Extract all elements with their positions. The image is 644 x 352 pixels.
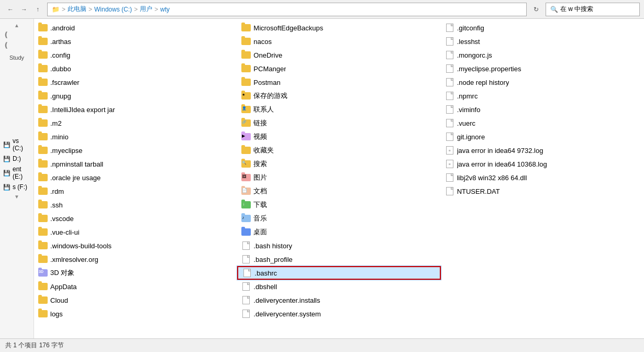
list-item[interactable]: Postman bbox=[237, 75, 440, 89]
sidebar-drive-d-label: D:) bbox=[13, 155, 21, 162]
list-item[interactable]: .dbshell bbox=[237, 280, 440, 293]
list-item[interactable]: NTUSER.DAT bbox=[441, 184, 644, 198]
list-item[interactable]: .xmlresolver.org bbox=[34, 252, 237, 266]
file-icon bbox=[38, 201, 48, 209]
address-bar: ← → ↑ 📁 > 此电脑 > Windows (C:) > 用户 > wty … bbox=[0, 0, 644, 19]
list-item[interactable]: .node repl history bbox=[441, 75, 644, 89]
file-name: 视频 bbox=[253, 132, 267, 141]
sidebar-drive-f[interactable]: 💾 s (F:) bbox=[0, 182, 34, 192]
refresh-button[interactable]: ↻ bbox=[530, 3, 542, 16]
list-item[interactable]: PCManger bbox=[237, 62, 440, 75]
file-icon bbox=[445, 37, 454, 46]
file-icon bbox=[38, 51, 48, 59]
list-item[interactable]: .m2 bbox=[34, 116, 237, 130]
file-name: .fscrawler bbox=[50, 79, 80, 86]
scroll-up-button[interactable]: ▲ bbox=[0, 21, 34, 29]
breadcrumb-pc[interactable]: 此电脑 bbox=[68, 5, 86, 14]
list-item[interactable]: .bashrc bbox=[237, 266, 440, 280]
breadcrumb-drive[interactable]: Windows (C:) bbox=[94, 6, 132, 13]
file-name: .IntelliJIdea export jar bbox=[50, 106, 115, 114]
list-item[interactable]: .IntelliJIdea export jar bbox=[34, 103, 237, 116]
list-item[interactable]: ★ 保存的游戏 bbox=[237, 89, 440, 103]
list-item[interactable]: .npmrc bbox=[441, 89, 644, 103]
forward-button[interactable]: → bbox=[18, 3, 30, 16]
list-item[interactable]: .gnupg bbox=[34, 89, 237, 103]
list-item[interactable]: .minio bbox=[34, 130, 237, 144]
list-item[interactable]: .arthas bbox=[34, 35, 237, 48]
list-item[interactable]: .ssh bbox=[34, 198, 237, 212]
list-item[interactable]: .deliverycenter.installs bbox=[237, 293, 440, 307]
list-item[interactable]: 收藏夹 bbox=[237, 144, 440, 157]
sidebar-drive-d[interactable]: 💾 D:) bbox=[0, 153, 34, 164]
list-item[interactable]: .mongorc.js bbox=[441, 48, 644, 62]
list-item[interactable]: 桌面 bbox=[237, 225, 440, 239]
file-icon bbox=[445, 51, 454, 59]
list-item[interactable]: .config bbox=[34, 48, 237, 62]
file-name: .myeclipse bbox=[50, 147, 82, 155]
file-icon: ♪ bbox=[241, 214, 251, 223]
list-item[interactable]: .android bbox=[34, 21, 237, 35]
list-item[interactable]: ↓ 下载 bbox=[237, 198, 440, 212]
list-item[interactable]: .fscrawler bbox=[34, 75, 237, 89]
list-item[interactable]: .myeclipse bbox=[34, 144, 237, 157]
list-item[interactable]: 🔍 搜索 bbox=[237, 157, 440, 171]
list-item[interactable]: .myeclipse.properties bbox=[441, 62, 644, 75]
file-name: .xmlresolver.org bbox=[50, 256, 98, 263]
list-item[interactable]: ▶ 视频 bbox=[237, 130, 440, 144]
file-name: Postman bbox=[253, 79, 280, 86]
breadcrumb[interactable]: 📁 > 此电脑 > Windows (C:) > 用户 > wty bbox=[47, 3, 527, 16]
breadcrumb-wty[interactable]: wty bbox=[160, 6, 170, 13]
breadcrumb-users[interactable]: 用户 bbox=[140, 5, 152, 14]
list-item[interactable]: .windows-build-tools bbox=[34, 239, 237, 252]
list-item[interactable]: .oracle jre usage bbox=[34, 171, 237, 184]
list-item[interactable]: .dubbo bbox=[34, 62, 237, 75]
list-item[interactable]: .bash history bbox=[237, 239, 440, 252]
list-item[interactable]: .rdm bbox=[34, 184, 237, 198]
sidebar-drive-c[interactable]: 💾 vs (C:) bbox=[0, 136, 34, 153]
file-name: .bashrc bbox=[254, 269, 277, 277]
search-box[interactable]: 🔍 在 w 中搜索 bbox=[546, 3, 640, 16]
back-button[interactable]: ← bbox=[4, 3, 17, 16]
list-item[interactable]: nacos bbox=[237, 35, 440, 48]
sidebar-drive-e[interactable]: 💾 ent (E:) bbox=[0, 164, 34, 182]
list-item[interactable]: .lesshst bbox=[441, 35, 644, 48]
list-item[interactable]: AppData bbox=[34, 280, 237, 293]
list-item[interactable]: 📄 文档 bbox=[237, 184, 440, 198]
list-item[interactable]: MicrosoftEdgeBackups bbox=[237, 21, 440, 35]
list-item[interactable]: libj2v8 win32 x86 64.dll bbox=[441, 171, 644, 184]
file-name: .bash_profile bbox=[253, 256, 292, 263]
list-item[interactable]: logs bbox=[34, 307, 237, 321]
list-item[interactable]: .deliverycenter.system bbox=[237, 307, 440, 321]
list-item[interactable]: git.ignore bbox=[441, 130, 644, 144]
list-item[interactable]: .bash_profile bbox=[237, 252, 440, 266]
file-name: java error in idea64 9732.log bbox=[457, 147, 543, 155]
list-item[interactable]: .npminstall tarball bbox=[34, 157, 237, 171]
list-item[interactable]: 🔗 链接 bbox=[237, 116, 440, 130]
file-icon bbox=[38, 24, 48, 32]
scroll-down-button[interactable]: ▼ bbox=[0, 192, 34, 201]
pin-button-2[interactable]: ❪ bbox=[0, 40, 34, 50]
list-item[interactable]: OneDrive bbox=[237, 48, 440, 62]
list-item[interactable]: .vue-cli-ui bbox=[34, 225, 237, 239]
file-name: NTUSER.DAT bbox=[457, 188, 500, 195]
list-item[interactable]: ♪ 音乐 bbox=[237, 212, 440, 225]
list-item[interactable]: .vuerc bbox=[441, 116, 644, 130]
list-item[interactable]: Cloud bbox=[34, 293, 237, 307]
list-item[interactable]: .viminfo bbox=[441, 103, 644, 116]
list-item[interactable]: 🖼 图片 bbox=[237, 171, 440, 184]
list-item[interactable]: ≡ java error in idea64 9732.log bbox=[441, 144, 644, 157]
list-item[interactable]: .vscode bbox=[34, 212, 237, 225]
sidebar-drive-c-label: vs (C:) bbox=[13, 137, 30, 152]
up-button[interactable]: ↑ bbox=[31, 3, 44, 16]
pin-button-1[interactable]: ❪ bbox=[0, 29, 34, 40]
list-item[interactable]: 👤 联系人 bbox=[237, 103, 440, 116]
list-item[interactable]: ≡ java error in idea64 10368.log bbox=[441, 157, 644, 171]
drive-e-icon: 💾 bbox=[3, 170, 10, 177]
list-item[interactable]: 3D 3D 对象 bbox=[34, 266, 237, 280]
file-icon: 3D bbox=[38, 269, 48, 277]
list-item[interactable]: .gitconfig bbox=[441, 21, 644, 35]
file-name: .arthas bbox=[50, 38, 71, 46]
file-name: 音乐 bbox=[253, 214, 267, 223]
file-name: .node repl history bbox=[457, 79, 509, 86]
file-icon bbox=[241, 64, 251, 73]
